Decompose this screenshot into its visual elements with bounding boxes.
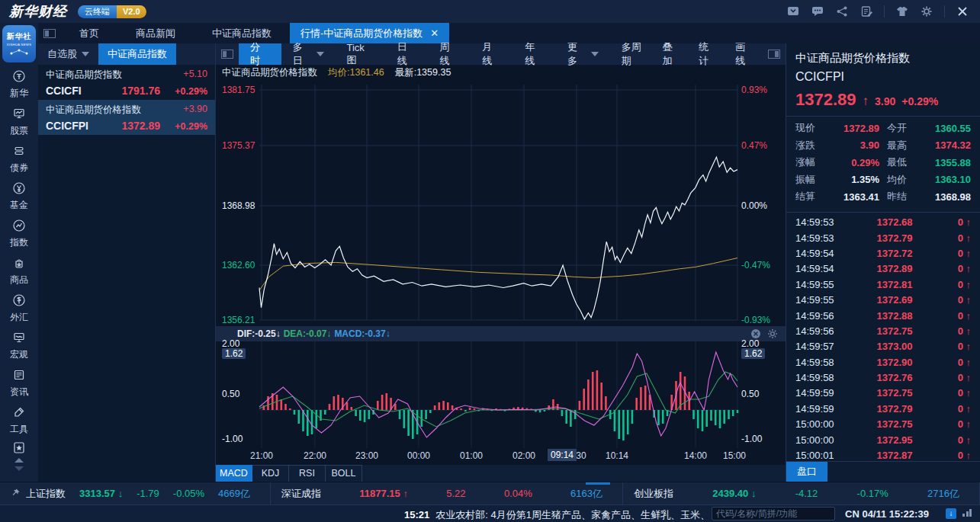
indicator-settings-icon[interactable] <box>767 328 778 339</box>
close-indicator-icon[interactable] <box>750 328 761 339</box>
xinhua-news-logo[interactable]: 新华社 XINHUA NEWS <box>2 25 36 62</box>
tick-time: 15:00:00 <box>795 434 844 446</box>
quote-stat-row: 现价1372.89今开1360.55 <box>795 120 971 137</box>
indicator-tab-RSI[interactable]: RSI <box>289 465 326 482</box>
chat-icon[interactable] <box>811 5 824 18</box>
collapse-panel-icon[interactable] <box>38 23 61 43</box>
watchlist-tab-active[interactable]: 中证商品指数 <box>98 43 176 65</box>
instrument-price: 1372.89 <box>121 120 160 132</box>
tick-volume: 0 ↑ <box>945 341 971 352</box>
settings-gear-icon[interactable] <box>920 5 933 18</box>
window-tab-1[interactable]: 商品新闻 <box>117 23 194 43</box>
stat-value: 1368.98 <box>914 191 971 203</box>
period-button-更多[interactable]: 更多 <box>556 43 610 65</box>
indicator-tab-KDJ[interactable]: KDJ <box>252 465 289 482</box>
time-axis-label: 22:00 <box>304 450 326 461</box>
tick-price: 1372.75 <box>844 325 945 337</box>
xinhua-finance-logo: 新华财经 <box>9 2 67 21</box>
period-button-月线[interactable]: 月线 <box>471 43 513 65</box>
tick-row: 14:59:561372.880 ↑ <box>795 308 971 323</box>
collapse-left-icon[interactable] <box>216 43 239 65</box>
topbar-divider <box>884 5 885 18</box>
index-item-创业板指[interactable]: 创业板指2439.40 ↓-4.12-0.17%2716亿 <box>623 482 980 504</box>
sidebar-item-指数[interactable]: 指数 <box>10 219 28 249</box>
tick-volume: 0 ↑ <box>945 450 971 461</box>
xinhua-icon <box>12 69 26 85</box>
index-sections: 上证指数3313.57 ↓-1.79-0.05%4669亿深证成指11877.1… <box>0 482 980 504</box>
price-axis-label: 1362.60 <box>222 260 262 271</box>
sidebar-item-债券[interactable]: 债券 <box>10 144 28 175</box>
indicator-tab-BOLL[interactable]: BOLL <box>326 465 362 482</box>
scrollbar-thumb[interactable] <box>586 482 610 485</box>
period-button-多周期[interactable]: 多周期 <box>610 43 663 65</box>
update-download-icon[interactable]: ↓ <box>946 508 956 519</box>
watchlist-row-top: 中证商品期货指数+5.10 <box>46 69 207 82</box>
chart-action-叠加[interactable]: 叠加 <box>662 40 682 68</box>
logo-subtext: XINHUA NEWS <box>7 43 31 46</box>
tick-price: 1372.68 <box>844 216 945 228</box>
period-button-分时[interactable]: 分时 <box>239 43 281 65</box>
chart-legend: 中证商品期货价格指数 均价:1361.46 最新:1359.35 <box>216 65 786 80</box>
tick-row: 15:00:001372.950 ↑ <box>795 432 971 447</box>
period-button-年线[interactable]: 年线 <box>513 43 556 65</box>
period-button-日线[interactable]: 日线 <box>386 43 429 65</box>
app-window: 新华财经 云终端 V2.0 首页商品新闻中证商品指数行情-中证商品期货价格指数✕… <box>0 0 980 522</box>
chart-action-画线[interactable]: 画线 <box>735 40 755 68</box>
index-item-上证指数[interactable]: 上证指数3313.57 ↓-1.79-0.05%4669亿 <box>0 482 271 504</box>
macro-icon <box>12 331 26 347</box>
note-icon[interactable] <box>860 5 873 18</box>
macd-chart[interactable]: 2.00 1.62 0.50 -1.00 2.00 1.62 0.50 -1.0… <box>216 341 786 448</box>
sidebar-item-基金[interactable]: 基金 <box>10 181 28 212</box>
window-tab-0[interactable]: 首页 <box>61 23 117 43</box>
watchlist-row-CCICFI[interactable]: 中证商品期货指数+5.10CCICFI1791.76+0.29% <box>38 65 215 100</box>
price-chart[interactable]: 1381.751375.371368.981362.601356.21 0.93… <box>216 80 786 326</box>
sidebar-item-label: 基金 <box>10 199 28 212</box>
percent-axis-label: 0.00% <box>741 200 781 211</box>
indicator-tab-MACD[interactable]: MACD <box>216 465 252 482</box>
stat-label: 最低 <box>887 155 914 169</box>
period-button-Tick图[interactable]: Tick图 <box>336 43 386 65</box>
chart-action-统计[interactable]: 统计 <box>699 40 718 68</box>
index-item-深证成指[interactable]: 深证成指11877.15 ↑5.220.04%6163亿 <box>271 482 623 504</box>
sidebar-item-label: 新华 <box>10 87 28 100</box>
period-button-多日[interactable]: 多日 <box>281 43 336 65</box>
search-input[interactable] <box>716 508 834 519</box>
indicator-tabs: MACDKDJRSIBOLL <box>216 465 786 482</box>
scroll-down-icon[interactable] <box>14 466 24 471</box>
watchlist-group-dropdown[interactable]: 自选股 <box>38 43 98 65</box>
sidebar-item-宏观[interactable]: 宏观 <box>10 331 28 361</box>
sidebar-item-新华[interactable]: 新华 <box>10 69 28 100</box>
period-label: 分时 <box>250 40 270 68</box>
watchlist-row-CCICFPI[interactable]: 中证商品期货价格指数+3.90CCICFPI1372.89+0.29% <box>38 100 215 135</box>
watchlist-dropdown-label: 自选股 <box>47 47 77 61</box>
collapse-right-icon[interactable] <box>763 43 786 65</box>
close-window-icon[interactable] <box>956 5 969 18</box>
sidebar-item-资讯[interactable]: 资讯 <box>10 368 28 399</box>
news-ticker[interactable]: 15:21农业农村部: 4月份第1周生猪产品、家禽产品、生鲜乳、玉米、配合饲 <box>404 508 706 522</box>
scroll-up-icon[interactable] <box>14 458 24 463</box>
stat-value: 1363.41 <box>823 191 879 203</box>
favorites-icon[interactable] <box>12 442 26 454</box>
sidebar-item-商品[interactable]: 商品 <box>10 256 28 287</box>
sidebar-item-外汇[interactable]: 外汇 <box>10 293 28 324</box>
watchlist-row-bottom: CCICFPI1372.89+0.29% <box>46 120 207 132</box>
time-axis-label: 00:00 <box>407 450 430 461</box>
sidebar-item-股票[interactable]: 股票 <box>10 107 28 137</box>
theme-skin-icon[interactable] <box>895 5 909 18</box>
divider <box>786 212 980 213</box>
sidebar-item-工具[interactable]: 工具 <box>10 405 28 436</box>
macd-scale-top-left: 2.00 <box>222 338 239 349</box>
window-tab-2[interactable]: 中证商品指数 <box>194 23 290 43</box>
inbox-icon[interactable] <box>786 5 800 18</box>
period-buttons: 分时多日Tick图日线周线月线年线更多多周期 <box>239 43 663 65</box>
share-icon[interactable] <box>835 5 849 18</box>
window-tab-active[interactable]: 行情-中证商品期货价格指数✕ <box>290 23 449 43</box>
tick-price: 1372.81 <box>844 279 945 290</box>
index-pct: -0.17% <box>857 488 888 499</box>
period-label: 更多 <box>567 40 587 68</box>
watchlist-header: 自选股 中证商品指数 <box>38 43 215 65</box>
tab-order-book[interactable]: 盘口 <box>786 462 827 482</box>
period-button-周线[interactable]: 周线 <box>428 43 471 65</box>
tick-time: 14:59:55 <box>795 279 844 290</box>
tab-close-icon[interactable]: ✕ <box>430 27 439 39</box>
